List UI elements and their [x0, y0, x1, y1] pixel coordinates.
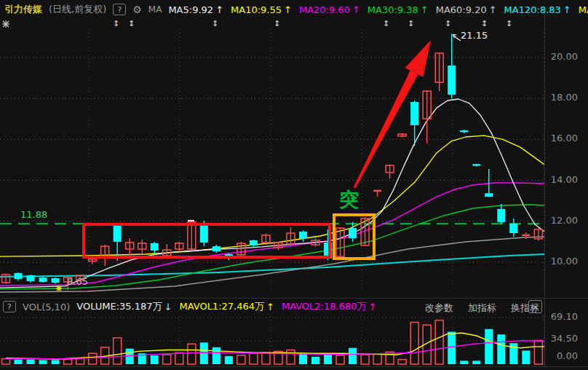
indicator-value: MA5:9.92↑ [168, 4, 223, 15]
price-tick-label: 12.00 [544, 215, 578, 226]
peak-price-label: 21.15 [461, 30, 488, 41]
event-marker-icon: ↕ [212, 19, 218, 28]
event-marker-icon: ↕ [481, 19, 488, 28]
ma-prefix-label: MA [148, 4, 162, 15]
arrow-up-icon: ↑ [563, 4, 571, 15]
gear-icon[interactable]: ⚙ [132, 4, 142, 15]
chart-mode-label: (日线,前复权) [49, 3, 106, 16]
price-tick-label: 20.00 [544, 51, 578, 62]
close-icon[interactable]: × [528, 300, 542, 313]
change-params-button[interactable]: 改参数 [425, 302, 453, 315]
chart-header: 引力传媒 (日线,前复权) ? ⚙ MA MA5:9.92↑MA10:9.55↑… [4, 3, 588, 16]
indicator-value: MA20:9.60↑ [299, 4, 360, 15]
volume-header: ? VOL(5,10) VOLUME:35.187万↓MAVOL1:27.464… [3, 300, 376, 313]
event-marker-icon: ↕ [113, 19, 119, 28]
event-marker-icon: ↕ [506, 19, 512, 28]
volume-tick-label: 69.10 [544, 311, 578, 322]
arrow-down-icon: ↓ [164, 302, 172, 312]
event-marker-icon: ↕ [408, 19, 414, 28]
stock-chart-window: 引力传媒 (日线,前复权) ? ⚙ MA MA5:9.92↑MA10:9.55↑… [0, 0, 588, 370]
arrow-up-icon: ↑ [368, 302, 376, 312]
indicator-value: MA30:9.38↑ [368, 4, 429, 15]
event-marker-icon: ↕ [445, 19, 451, 28]
event-marker-icon: ↕ [128, 19, 135, 28]
price-tick-label: 10.00 [544, 256, 578, 267]
indicator-value[interactable]: MA250:设置均线▾ [579, 3, 588, 16]
indicator-value: VOLUME:35.187万↓ [76, 300, 172, 313]
help-icon[interactable]: ? [3, 301, 16, 312]
add-indicator-button[interactable]: 加指标 [468, 302, 496, 315]
event-marker-icon: ↕ [274, 19, 280, 28]
indicator-value: MAVOL1:27.464万↑ [179, 300, 274, 313]
breakout-annotation: 突 [339, 186, 359, 213]
arrow-up-icon: ↑ [489, 4, 497, 15]
volume-indicator-list: VOLUME:35.187万↓MAVOL1:27.464万↑MAVOL2:18.… [76, 300, 376, 313]
event-marker-icon: ↕ [383, 19, 389, 28]
arrow-up-icon: ↑ [266, 302, 274, 312]
volume-tick-label: 34.50 [544, 333, 578, 344]
indicator-buttons: 改参数加指标换指标 [425, 302, 539, 315]
indicator-value: MAVOL2:18.680万↑ [282, 300, 376, 313]
arrow-up-icon: ↑ [284, 4, 292, 15]
price-tick-label: 16.00 [544, 133, 578, 143]
arrow-up-icon: ↑ [352, 4, 360, 15]
price-tick-label: 18.00 [544, 92, 578, 103]
arrow-up-icon: ↑ [215, 4, 223, 15]
volume-indicator-name: VOL(5,10) [23, 302, 70, 312]
price-tick-label: 14.00 [544, 174, 578, 185]
ma-indicator-list: MA5:9.92↑MA10:9.55↑MA20:9.60↑MA30:9.38↑M… [168, 3, 588, 16]
arrow-up-icon: ↑ [421, 4, 429, 15]
indicator-value: MA60:9.20↑ [436, 4, 497, 15]
indicator-value: MA10:9.55↑ [231, 4, 292, 15]
help-icon[interactable]: ? [113, 4, 126, 15]
indicator-value: MA120:8.83↑ [504, 4, 571, 15]
stock-name: 引力传媒 [4, 3, 42, 16]
volume-tick-label: 0.00 [544, 350, 578, 361]
low-price-label: 8.65 [67, 276, 88, 287]
level-price-label: 11.88 [20, 209, 47, 220]
